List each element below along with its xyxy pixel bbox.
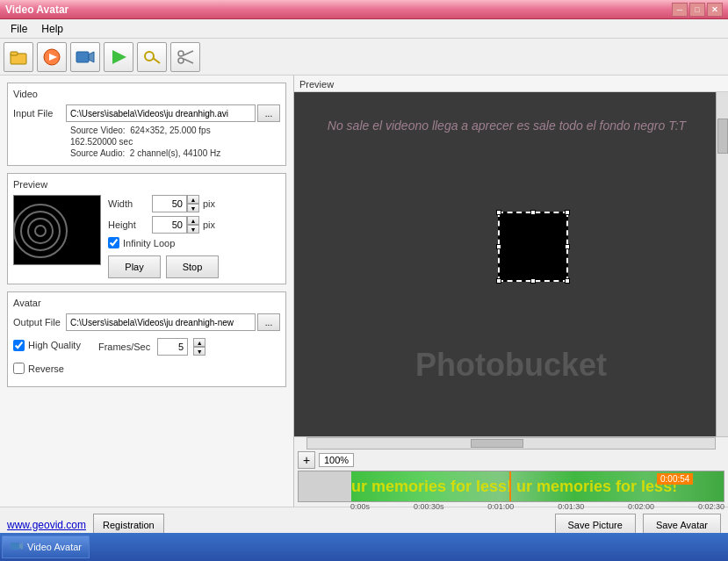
selection-box[interactable] (498, 212, 568, 282)
ruler-marks: 0:00s 0:00:30s 0:01:00 0:01:30 0:02:00 0… (350, 502, 724, 511)
handle-mr[interactable] (565, 244, 570, 249)
animation-btn[interactable] (37, 42, 67, 72)
source-video-value2: 162.520000 sec (70, 137, 133, 147)
infinity-loop-label: Infinity Loop (123, 238, 175, 248)
menu-file[interactable]: File (4, 21, 34, 37)
reverse-checkbox[interactable] (13, 363, 25, 374)
preview-canvas-area[interactable]: No sale el videono llega a aprecer es sa… (294, 92, 728, 436)
high-quality-label: High Quality (28, 340, 81, 350)
input-file-row: Input File ... (13, 104, 280, 122)
ruler-mark-2: 0:01:00 (487, 502, 514, 511)
title-bar: Video Avatar ─ □ ✕ (0, 0, 728, 19)
ruler-mark-1: 0:00:30s (414, 502, 444, 511)
height-pix-label: pix (203, 219, 215, 230)
left-panel: Video Input File ... Source Video: 624×3… (0, 76, 294, 507)
svg-marker-19 (19, 543, 23, 550)
width-label: Width (108, 198, 152, 209)
handle-bc[interactable] (530, 278, 536, 284)
key-btn[interactable] (137, 42, 167, 72)
handle-ml[interactable] (496, 244, 501, 249)
width-down-btn[interactable]: ▼ (187, 204, 199, 212)
output-file-label: Output File (13, 317, 66, 327)
minimize-button[interactable]: ─ (672, 3, 688, 17)
maximize-button[interactable]: □ (689, 3, 705, 17)
handle-bl[interactable] (496, 278, 501, 284)
width-input[interactable] (152, 195, 187, 212)
source-audio-label: Source Audio: (70, 148, 125, 158)
svg-line-8 (153, 58, 160, 63)
vertical-scrollbar[interactable] (716, 92, 728, 436)
ruler-mark-0: 0:00s (350, 502, 370, 511)
taskbar-app-label: Video Avatar (27, 542, 82, 552)
taskbar-app-item[interactable]: Video Avatar (2, 536, 90, 558)
zoom-in-btn[interactable]: + (298, 451, 315, 469)
reverse-label: Reverse (28, 363, 64, 374)
ruler-mark-4: 0:02:00 (628, 502, 654, 511)
scrollbar-thumb-h[interactable] (471, 439, 523, 448)
height-row: Height ▲ ▼ pix (108, 216, 280, 234)
source-video-info: Source Video: 624×352, 25.000 fps (70, 126, 280, 135)
frames-label: Frames/Sec (98, 342, 150, 352)
ruler-mark-3: 0:01:30 (558, 502, 584, 511)
timeline-track-content: ur memories for less! ur memories for le… (351, 471, 724, 501)
frames-row: Frames/Sec ▲ ▼ (98, 338, 205, 356)
svg-point-10 (178, 58, 184, 63)
browse-output-btn[interactable]: ... (257, 313, 280, 331)
handle-tr[interactable] (565, 210, 570, 215)
svg-line-12 (184, 59, 193, 63)
high-quality-checkbox[interactable] (13, 340, 25, 351)
scrollbar-thumb-v[interactable] (717, 119, 728, 154)
input-file-label: Input File (13, 108, 66, 119)
right-panel: Preview No sale el videono llega a aprec… (294, 76, 728, 507)
toolbar (0, 39, 728, 76)
svg-marker-6 (112, 50, 126, 64)
timeline-area: + 100% ur memories for less! ur memories… (294, 436, 728, 507)
source-video-value: 624×352, 25.000 fps (130, 126, 210, 135)
infinity-loop-checkbox[interactable] (108, 237, 119, 248)
scissors-btn[interactable] (170, 42, 200, 72)
source-video-label: Source Video: (70, 126, 126, 135)
height-down-btn[interactable]: ▼ (187, 225, 199, 234)
play-stop-row: Play Stop (108, 255, 280, 278)
preview-section: Preview Width ▲ (7, 173, 286, 284)
handle-tl[interactable] (496, 210, 501, 215)
width-row: Width ▲ ▼ pix (108, 195, 280, 212)
taskbar: Video Avatar (0, 533, 728, 561)
avatar-section-title: Avatar (13, 298, 280, 308)
geovid-link[interactable]: www.geovid.com (7, 519, 86, 531)
frames-spinner: ▲ ▼ (193, 338, 205, 356)
timeline-track[interactable]: ur memories for less! ur memories for le… (298, 471, 724, 502)
handle-br[interactable] (565, 278, 570, 284)
input-file-field[interactable] (66, 104, 256, 122)
timeline-cursor[interactable]: 0:00:54 (509, 471, 511, 501)
source-audio-value: 2 channel(s), 44100 Hz (130, 148, 220, 158)
play-btn[interactable] (104, 42, 133, 72)
avatar-section: Avatar Output File ... High Quality Fram… (7, 291, 286, 387)
preview-mini-canvas (13, 195, 101, 265)
source-audio-info: Source Audio: 2 channel(s), 44100 Hz (70, 148, 280, 158)
open-btn[interactable] (4, 42, 33, 72)
reverse-row: Reverse (13, 363, 280, 374)
main-content: Video Input File ... Source Video: 624×3… (0, 76, 728, 507)
menu-help[interactable]: Help (34, 21, 70, 37)
svg-line-11 (184, 51, 193, 55)
preview-controls: Width ▲ ▼ pix Height ▲ ▼ (108, 195, 280, 278)
stop-button[interactable]: Stop (166, 255, 219, 278)
horizontal-scrollbar[interactable] (306, 437, 716, 450)
title-bar-controls: ─ □ ✕ (672, 3, 723, 17)
height-input[interactable] (152, 216, 187, 234)
frames-down-btn[interactable]: ▼ (193, 347, 205, 356)
close-button[interactable]: ✕ (707, 3, 723, 17)
preview-watermark: Photobucket (294, 347, 728, 384)
output-file-field[interactable] (66, 313, 256, 331)
height-up-btn[interactable]: ▲ (187, 216, 199, 225)
play-button[interactable]: Play (108, 255, 161, 278)
video-btn[interactable] (70, 42, 100, 72)
width-up-btn[interactable]: ▲ (187, 195, 199, 204)
video-section: Video Input File ... Source Video: 624×3… (7, 83, 286, 166)
browse-video-btn[interactable]: ... (257, 104, 280, 122)
frames-up-btn[interactable]: ▲ (193, 338, 205, 347)
frames-input[interactable] (157, 338, 188, 356)
handle-tc[interactable] (530, 210, 536, 215)
timeline-time-badge: 0:00:54 (657, 473, 693, 485)
